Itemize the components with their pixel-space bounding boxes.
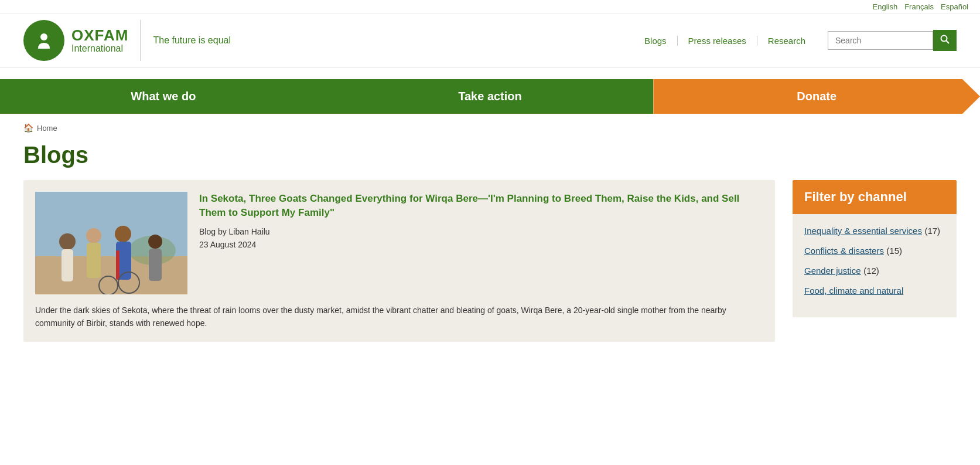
filter-link-gender[interactable]: Gender justice xyxy=(804,266,861,276)
nav-research[interactable]: Research xyxy=(757,36,816,46)
filter-food: Food, climate and natural xyxy=(804,286,945,296)
lang-espanol[interactable]: Español xyxy=(941,2,968,11)
svg-rect-7 xyxy=(62,249,73,281)
filter-count-gender: (12) xyxy=(863,266,879,276)
blog-title[interactable]: In Sekota, Three Goats Changed Everythin… xyxy=(199,192,763,220)
svg-rect-12 xyxy=(116,250,119,280)
blog-card: In Sekota, Three Goats Changed Everythin… xyxy=(23,180,775,342)
svg-point-1 xyxy=(941,36,947,42)
search-box xyxy=(828,30,957,51)
blog-list: In Sekota, Three Goats Changed Everythin… xyxy=(23,180,775,354)
filter-count-inequality: (17) xyxy=(924,226,940,236)
tagline: The future is equal xyxy=(153,35,231,46)
home-icon: 🏠 xyxy=(23,123,33,133)
nav-blogs[interactable]: Blogs xyxy=(634,36,678,46)
blog-image xyxy=(35,192,187,294)
blog-date: 23 August 2024 xyxy=(199,240,763,249)
filter-header: Filter by channel xyxy=(793,180,957,214)
blog-image-svg xyxy=(35,192,187,294)
blog-author: Blog by Liban Hailu xyxy=(199,227,763,236)
filter-conflicts: Conflicts & disasters (15) xyxy=(804,246,945,256)
search-icon xyxy=(940,35,950,44)
nav-what-we-do[interactable]: What we do xyxy=(0,79,327,114)
filter-link-food[interactable]: Food, climate and natural xyxy=(804,286,903,296)
language-bar: English Français Español xyxy=(0,0,980,14)
blog-card-inner: In Sekota, Three Goats Changed Everythin… xyxy=(35,192,763,294)
org-sub: International xyxy=(71,43,128,54)
lang-english[interactable]: English xyxy=(873,2,898,11)
site-header: OXFAM International The future is equal … xyxy=(0,14,980,67)
nav-donate[interactable]: Donate xyxy=(653,79,980,114)
oxfam-logo-svg xyxy=(32,29,56,52)
page-title: Blogs xyxy=(0,142,980,180)
blog-meta: In Sekota, Three Goats Changed Everythin… xyxy=(199,192,763,294)
blog-excerpt: Under the dark skies of Sekota, where th… xyxy=(35,304,763,330)
filter-body: Inequality & essential services (17) Con… xyxy=(793,214,957,317)
nav-press-releases[interactable]: Press releases xyxy=(678,36,757,46)
svg-point-13 xyxy=(148,235,162,249)
search-input[interactable] xyxy=(828,31,933,50)
svg-rect-9 xyxy=(87,243,101,278)
main-content: In Sekota, Three Goats Changed Everythin… xyxy=(0,180,980,377)
svg-rect-14 xyxy=(149,249,162,281)
main-nav-bar: What we do Take action Donate xyxy=(0,79,980,114)
logo-text: OXFAM International xyxy=(71,27,128,55)
filter-inequality: Inequality & essential services (17) xyxy=(804,226,945,236)
logo-icon xyxy=(23,20,64,61)
svg-line-2 xyxy=(947,41,950,44)
svg-point-0 xyxy=(40,33,47,40)
org-name: OXFAM xyxy=(71,27,128,44)
breadcrumb-home[interactable]: Home xyxy=(37,124,57,133)
header-nav: Blogs Press releases Research xyxy=(634,36,816,46)
svg-point-8 xyxy=(86,228,101,243)
filter-count-conflicts: (15) xyxy=(886,246,902,256)
sidebar: Filter by channel Inequality & essential… xyxy=(793,180,957,354)
search-button[interactable] xyxy=(933,30,957,51)
filter-gender: Gender justice (12) xyxy=(804,266,945,276)
filter-link-inequality[interactable]: Inequality & essential services xyxy=(804,226,922,236)
filter-link-conflicts[interactable]: Conflicts & disasters xyxy=(804,246,884,256)
nav-take-action[interactable]: Take action xyxy=(327,79,654,114)
svg-point-10 xyxy=(115,226,131,242)
logo-area: OXFAM International xyxy=(23,20,141,61)
lang-francais[interactable]: Français xyxy=(904,2,934,11)
breadcrumb: 🏠 Home xyxy=(0,114,980,142)
svg-point-6 xyxy=(59,233,76,250)
